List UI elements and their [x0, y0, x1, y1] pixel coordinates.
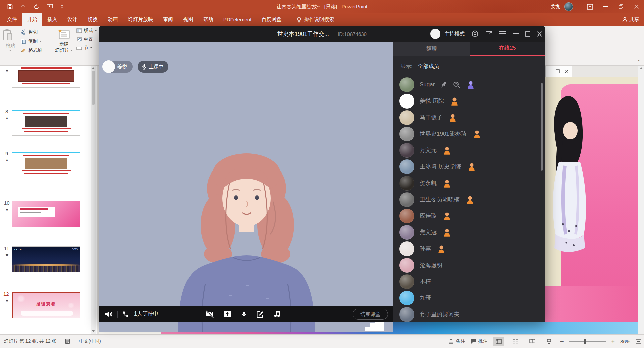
ribbon-tab-动画[interactable]: 动画 — [103, 13, 123, 26]
scroll-down-icon[interactable] — [92, 330, 95, 332]
ribbon-tab-开始[interactable]: 开始 — [22, 13, 42, 26]
member-list-scrollbar[interactable] — [541, 83, 543, 171]
member-row[interactable]: 世界史1901熊亦琦 — [393, 126, 545, 142]
maximize-icon[interactable] — [525, 31, 530, 37]
start-slideshow-icon[interactable] — [47, 4, 53, 9]
mic-icon[interactable] — [241, 310, 247, 318]
ribbon-display-options-icon[interactable] — [582, 0, 598, 13]
music-icon[interactable] — [273, 310, 281, 318]
slide-8-thumbnail[interactable] — [12, 110, 80, 136]
thumbnail-scrollbar[interactable] — [91, 66, 96, 334]
close-icon[interactable] — [565, 69, 569, 73]
host-mode-label[interactable]: 主持模式 — [444, 31, 465, 37]
fit-slide-to-window-icon[interactable] — [636, 339, 641, 344]
ribbon-tab-幻灯片放映[interactable]: 幻灯片放映 — [123, 13, 158, 26]
menu-icon[interactable] — [499, 31, 506, 37]
minimize-icon[interactable] — [513, 33, 519, 34]
notes-button[interactable]: 备注 — [448, 338, 465, 344]
zoom-slider[interactable] — [569, 341, 606, 342]
minimize-window-icon[interactable] — [598, 0, 613, 13]
language-indicator[interactable]: 中文(中国) — [79, 338, 101, 344]
ribbon-tab-设计[interactable]: 设计 — [62, 13, 83, 26]
member-row[interactable]: 沧海愿明 — [393, 257, 545, 273]
member-row[interactable]: 孙嘉 — [393, 240, 545, 257]
member-row[interactable]: 卫生委员胡晓楠 — [393, 191, 545, 208]
ribbon-tab-百度网盘[interactable]: 百度网盘 — [256, 13, 286, 26]
zoom-out-button[interactable]: − — [560, 338, 564, 345]
member-row[interactable]: 木槿 — [393, 273, 545, 290]
end-class-button[interactable]: 结束课堂 — [353, 309, 388, 320]
scroll-up-icon[interactable] — [640, 67, 643, 69]
screenshare-icon[interactable] — [223, 310, 231, 318]
annotate-icon[interactable] — [256, 310, 264, 318]
settings-gear-icon[interactable] — [471, 30, 479, 38]
ribbon-tab-审阅[interactable]: 审阅 — [158, 13, 178, 26]
save-icon[interactable] — [7, 4, 13, 9]
ribbon-tab-PDFelement[interactable]: PDFelement — [218, 13, 256, 26]
slide-count-info[interactable]: 幻灯片 第 12 张, 共 12 张 — [4, 338, 56, 344]
view-slideshow-button[interactable] — [543, 337, 555, 346]
member-row[interactable]: 万文元 — [393, 142, 545, 158]
slide-11-thumbnail[interactable]: CCTV CCTV — [12, 246, 80, 272]
layout-button[interactable]: 版式 — [76, 28, 100, 34]
new-slide-button[interactable]: 新建 幻灯片 — [55, 28, 73, 53]
comments-button[interactable]: 批注 — [471, 338, 488, 344]
cut-button[interactable]: 剪切 — [21, 29, 42, 35]
tab-online[interactable]: 在线25 — [470, 42, 546, 56]
ribbon-tab-帮助[interactable]: 帮助 — [198, 13, 218, 26]
ribbon-tab-文件[interactable]: 文件 — [2, 13, 22, 26]
paste-button[interactable]: 粘贴 — [3, 28, 18, 51]
slide-9-thumbnail[interactable] — [12, 152, 80, 178]
zoom-in-button[interactable]: + — [611, 338, 615, 345]
tell-me-search[interactable]: 操作说明搜索 — [297, 13, 334, 26]
popout-icon[interactable] — [485, 30, 492, 38]
member-row[interactable]: Sugar — [393, 76, 545, 93]
view-slide-sorter-button[interactable] — [510, 337, 521, 346]
proofing-icon[interactable] — [65, 339, 70, 344]
share-button[interactable]: 共享 — [622, 13, 639, 26]
qat-customize-icon[interactable] — [60, 5, 64, 8]
format-painter-button[interactable]: 格式刷 — [21, 47, 42, 53]
member-row[interactable]: 马干饭子 — [393, 109, 545, 126]
camera-off-icon[interactable] — [205, 310, 214, 318]
close-icon[interactable] — [537, 31, 542, 37]
slide-10-thumbnail[interactable] — [12, 201, 80, 227]
maximize-icon[interactable] — [556, 69, 560, 73]
view-normal-button[interactable] — [493, 337, 504, 346]
section-button[interactable]: 节 — [76, 45, 100, 51]
zoom-level[interactable]: 86% — [620, 339, 630, 344]
copy-button[interactable]: 复制 — [21, 38, 42, 44]
account-name[interactable]: 姜悦 — [551, 4, 560, 10]
member-row[interactable]: 王冰琦 历史学院 — [393, 158, 545, 175]
redo-icon[interactable] — [34, 4, 39, 10]
host-avatar[interactable] — [430, 29, 440, 39]
member-row[interactable]: 焦文冠 — [393, 224, 545, 240]
ribbon-tab-切换[interactable]: 切换 — [83, 13, 103, 26]
member-row[interactable]: 九哥 — [393, 290, 545, 306]
scroll-up-icon[interactable] — [92, 67, 95, 69]
close-window-icon[interactable] — [629, 0, 644, 13]
document-scrollbar[interactable] — [638, 66, 644, 334]
restore-window-icon[interactable] — [613, 0, 629, 13]
filter-value[interactable]: 全部成员 — [418, 63, 439, 70]
waiting-count[interactable]: 1人等待中 — [134, 310, 158, 318]
member-row[interactable]: 姜悦 历院 — [393, 93, 545, 109]
slide-7-thumbnail[interactable] — [12, 66, 80, 88]
member-row[interactable]: 套子里的契诃夫 — [393, 306, 545, 322]
speaker-icon[interactable] — [105, 310, 113, 318]
ribbon-tab-插入[interactable]: 插入 — [42, 13, 62, 26]
class-status-badge[interactable]: 上课中 — [138, 61, 168, 73]
view-reading-button[interactable] — [527, 337, 538, 346]
account-avatar[interactable] — [564, 2, 573, 11]
zoom-slider-thumb[interactable] — [584, 339, 586, 344]
slide-12-thumbnail[interactable]: 感谢观看 — [12, 292, 80, 318]
reset-button[interactable]: 重置 — [76, 36, 100, 42]
phone-icon[interactable] — [122, 311, 129, 318]
ribbon-tab-视图[interactable]: 视图 — [178, 13, 198, 26]
member-row[interactable]: 贺永凯 — [393, 175, 545, 191]
member-row[interactable]: 应佳璇 — [393, 208, 545, 224]
collapse-ribbon-icon[interactable]: ⌃ — [637, 59, 641, 64]
scrollbar-thumb[interactable] — [92, 71, 95, 105]
presenter-badge[interactable]: 姜悦 — [103, 61, 133, 73]
classroom-titlebar[interactable]: 世史本1901工作交... ID:10874630 主持模式 — [99, 26, 545, 42]
